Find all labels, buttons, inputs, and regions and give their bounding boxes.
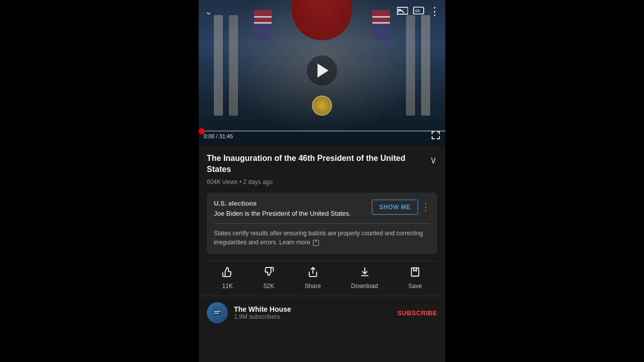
expand-icon[interactable]: ∨	[430, 154, 437, 166]
play-triangle-icon	[317, 63, 329, 77]
show-me-button[interactable]: SHOW ME	[372, 200, 418, 215]
cast-icon[interactable]	[397, 6, 408, 18]
info-box-left: U.S. elections Joe Biden is the Presiden…	[214, 200, 372, 218]
channel-avatar[interactable]	[207, 302, 228, 323]
play-button[interactable]	[307, 55, 337, 85]
video-player[interactable]: ⌄ CC ⋮	[199, 0, 445, 146]
content-area: The Inauguration of the 46th President o…	[199, 146, 445, 296]
title-row: The Inauguration of the 46th President o…	[207, 153, 437, 174]
channel-subscribers: 1.9M subscribers	[234, 313, 397, 320]
svg-rect-6	[213, 310, 221, 316]
info-box: U.S. elections Joe Biden is the Presiden…	[207, 193, 437, 254]
share-button[interactable]: Share	[305, 266, 321, 290]
cc-icon[interactable]: CC	[413, 7, 424, 17]
video-title: The Inauguration of the 46th President o…	[207, 153, 430, 174]
svg-text:CC: CC	[415, 9, 420, 13]
meta-info: 604K views • 2 days ago	[207, 178, 437, 186]
video-bottom-controls: 0:00 / 31:45	[199, 131, 445, 142]
dislike-count: 52K	[264, 283, 274, 290]
like-count: 11K	[222, 283, 232, 290]
action-bar: 11K 52K Share	[207, 261, 437, 296]
svg-rect-4	[412, 268, 419, 277]
download-button[interactable]: Download	[351, 266, 378, 290]
video-top-controls: CC ⋮	[397, 5, 440, 18]
save-label: Save	[408, 283, 422, 290]
phone-container: ⌄ CC ⋮	[199, 0, 445, 362]
info-more-icon[interactable]: ⋮	[421, 202, 430, 213]
info-box-right: SHOW ME ⋮	[372, 200, 430, 215]
channel-name: The White House	[234, 305, 397, 313]
learn-more-external-icon[interactable]	[313, 240, 319, 246]
save-button[interactable]: Save	[408, 266, 422, 290]
collapse-icon[interactable]: ⌄	[205, 6, 212, 17]
info-divider	[214, 223, 430, 224]
channel-info: The White House 1.9M subscribers	[234, 305, 397, 320]
download-icon	[359, 266, 370, 281]
like-button[interactable]: 11K	[222, 266, 233, 290]
dislike-button[interactable]: 52K	[263, 266, 274, 290]
share-icon	[307, 266, 318, 281]
info-box-statement: Joe Biden is the President of the United…	[214, 209, 372, 218]
time-display: 0:00 / 31:45	[204, 133, 233, 139]
dislike-icon	[263, 266, 274, 281]
like-icon	[222, 266, 233, 281]
save-icon	[410, 266, 421, 281]
info-box-learn-more: States certify results after ensuring ba…	[214, 229, 430, 247]
channel-row: The White House 1.9M subscribers SUBSCRI…	[199, 296, 445, 329]
more-options-icon[interactable]: ⋮	[429, 5, 440, 18]
fullscreen-icon[interactable]	[431, 131, 440, 142]
share-label: Share	[305, 283, 321, 290]
subscribe-button[interactable]: SUBSCRIBE	[397, 309, 437, 317]
info-box-top: U.S. elections Joe Biden is the Presiden…	[214, 200, 430, 218]
info-box-category: U.S. elections	[214, 200, 372, 207]
download-label: Download	[351, 283, 378, 290]
svg-point-1	[397, 13, 398, 15]
